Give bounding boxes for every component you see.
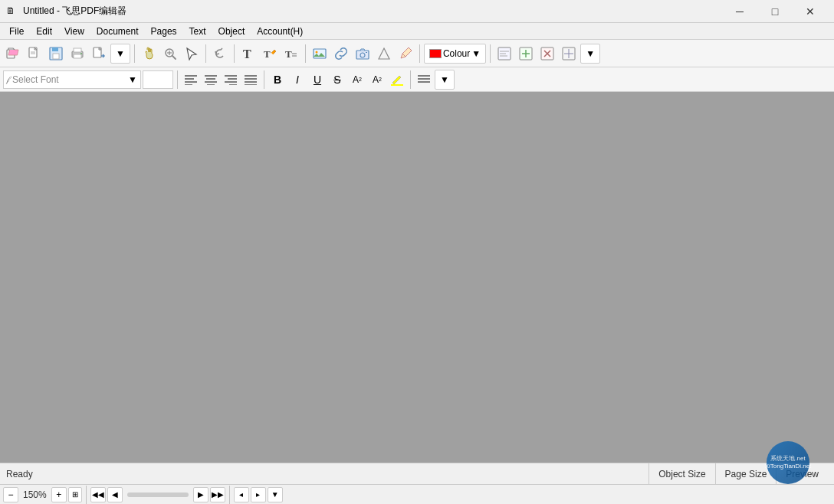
last-page-button[interactable]: ▶▶	[210, 487, 225, 502]
align-left-button[interactable]	[182, 70, 200, 89]
align-center-button[interactable]	[202, 70, 220, 89]
svg-text:T: T	[285, 48, 292, 60]
dropdown-arrow-icon: ▼	[116, 48, 125, 59]
svg-rect-9	[74, 48, 81, 52]
superscript-button[interactable]: A2	[348, 70, 366, 89]
text-tool-button[interactable]: T	[238, 44, 258, 64]
menu-view[interactable]: View	[58, 23, 90, 40]
pdf-tools-button1[interactable]	[494, 44, 514, 64]
link-button[interactable]	[331, 44, 351, 64]
align-right-button[interactable]	[222, 70, 240, 89]
colour-label: Colour	[443, 48, 470, 59]
separator5	[419, 44, 420, 63]
paragraph-button[interactable]	[415, 70, 433, 89]
svg-rect-8	[74, 54, 81, 58]
font-size-input[interactable]	[143, 70, 173, 89]
paragraph-dropdown[interactable]: ▼	[435, 70, 455, 90]
colour-dropdown-icon: ▼	[471, 48, 481, 59]
toolbar1: ▼ T T T Colour ▼	[0, 40, 834, 67]
menu-text[interactable]: Text	[183, 23, 212, 40]
window-title: Untitled - 飞思PDF编辑器	[23, 5, 722, 18]
object-size-section: Object Size	[648, 463, 714, 484]
scroll-back-button[interactable]: ◂	[234, 487, 249, 502]
menu-bar: File Edit View Document Pages Text Objec…	[0, 23, 834, 40]
underline-button[interactable]: U	[308, 70, 327, 89]
object-size-label: Object Size	[658, 469, 705, 479]
separator-t1	[177, 70, 178, 89]
bottom-toolbar: − 150% + ⊞ ◀◀ ◀ ▶ ▶▶ ◂ ▸ ▼	[0, 484, 834, 504]
font-placeholder: Select Font	[9, 74, 128, 85]
text-format-button[interactable]: T	[281, 44, 301, 64]
camera-button[interactable]	[353, 44, 373, 64]
zoom-fit-button[interactable]: ⊞	[68, 487, 82, 502]
svg-rect-6	[53, 54, 59, 59]
font-select[interactable]: 𝒻 Select Font ▼	[3, 70, 141, 89]
svg-point-22	[315, 51, 317, 53]
image-button[interactable]	[310, 44, 330, 64]
close-button[interactable]: ✕	[793, 0, 828, 23]
paragraph-dropdown-icon: ▼	[440, 74, 449, 85]
app-icon: 🗎	[6, 5, 18, 18]
watermark: 系统天地.netXiTongTianDi.net	[767, 441, 828, 484]
separator-t3	[410, 70, 411, 89]
pdf-tools-dropdown[interactable]: ▼	[580, 44, 600, 64]
scroll-fwd-button[interactable]: ▸	[251, 487, 266, 502]
pdf-tools-button2[interactable]	[516, 44, 536, 64]
separator3	[234, 44, 235, 63]
bold-button[interactable]: B	[268, 70, 287, 89]
separator-b2	[229, 486, 230, 504]
pan-tool-button[interactable]	[139, 44, 159, 64]
separator2	[205, 44, 206, 63]
separator6	[490, 44, 491, 63]
separator1	[134, 44, 135, 63]
title-bar: 🗎 Untitled - 飞思PDF编辑器 ─ □ ✕	[0, 0, 834, 23]
separator-t2	[264, 70, 264, 89]
svg-rect-5	[52, 47, 58, 51]
watermark-badge: 系统天地.netXiTongTianDi.net	[767, 441, 809, 484]
status-text: Ready	[6, 469, 648, 479]
strikethrough-button[interactable]: S	[328, 70, 346, 89]
export-dropdown-button[interactable]: ▼	[110, 44, 130, 64]
zoom-button[interactable]	[160, 44, 180, 64]
export-button[interactable]	[89, 44, 109, 64]
open-button[interactable]	[3, 44, 23, 64]
svg-text:T: T	[264, 48, 271, 60]
next-page-button[interactable]: ▶	[193, 487, 208, 502]
svg-rect-21	[314, 49, 326, 58]
zoom-in-button[interactable]: +	[51, 487, 67, 502]
first-page-button[interactable]: ◀◀	[90, 487, 106, 502]
minimize-button[interactable]: ─	[722, 0, 757, 23]
pdf-tools-button4[interactable]	[559, 44, 579, 64]
toolbar2: 𝒻 Select Font ▼ B I U S A2 A2 ▼	[0, 67, 834, 92]
nav-dropdown-button[interactable]: ▼	[268, 487, 283, 502]
align-justify-button[interactable]	[241, 70, 260, 89]
text-edit-button[interactable]: T	[260, 44, 280, 64]
maximize-button[interactable]: □	[757, 0, 793, 23]
prev-page-button[interactable]: ◀	[107, 487, 123, 502]
print-button[interactable]	[67, 44, 87, 64]
undo-button[interactable]	[210, 44, 230, 64]
save-button[interactable]	[46, 44, 66, 64]
shape-button[interactable]	[374, 44, 394, 64]
svg-rect-25	[366, 52, 367, 53]
menu-edit[interactable]: Edit	[30, 23, 58, 40]
page-slider[interactable]	[127, 493, 189, 497]
new-button[interactable]	[25, 44, 44, 64]
select-button[interactable]	[182, 44, 202, 64]
menu-document[interactable]: Document	[90, 23, 145, 40]
pen-button[interactable]	[396, 44, 415, 64]
zoom-out-button[interactable]: −	[3, 487, 18, 502]
italic-button[interactable]: I	[288, 70, 307, 89]
menu-account[interactable]: Account(H)	[251, 23, 309, 40]
separator-b1	[86, 486, 87, 504]
highlight-button[interactable]	[388, 70, 406, 89]
menu-file[interactable]: File	[3, 23, 30, 40]
colour-button[interactable]: Colour ▼	[424, 44, 486, 64]
pdf-tools-button3[interactable]	[537, 44, 557, 64]
svg-line-13	[172, 56, 176, 59]
menu-pages[interactable]: Pages	[145, 23, 183, 40]
subscript-button[interactable]: A2	[368, 70, 386, 89]
svg-text:T: T	[243, 47, 251, 61]
menu-object[interactable]: Object	[212, 23, 251, 40]
canvas-area	[0, 92, 834, 463]
